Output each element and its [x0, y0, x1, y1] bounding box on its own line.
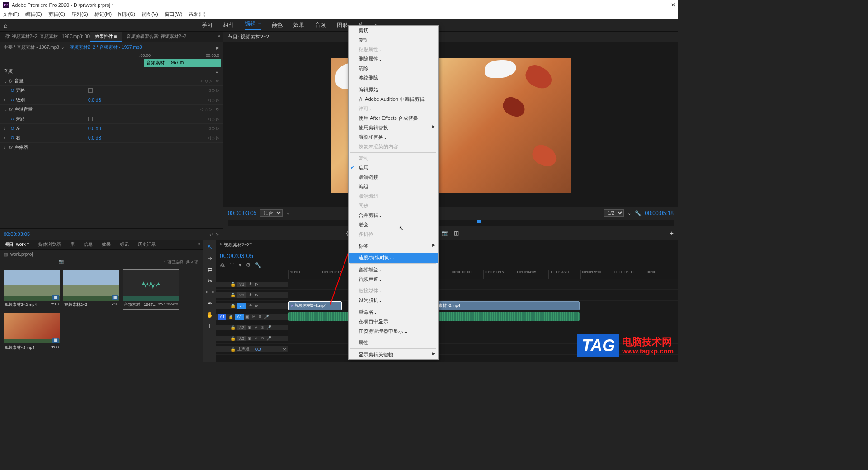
find-icon[interactable]: ⚲ [166, 361, 170, 362]
menu-reveal-project[interactable]: 在项目中显示 [349, 317, 438, 326]
effect-panner[interactable]: ›fx声像器 [0, 143, 223, 152]
zoom-slider[interactable]: ○━━━ [28, 361, 41, 362]
freeform-view-icon[interactable]: ⊞ [20, 361, 24, 362]
bypass-checkbox[interactable] [88, 88, 93, 93]
menu-reveal-explorer[interactable]: 在资源管理器中显示... [349, 326, 438, 336]
tab-audio-mixer[interactable]: 音频剪辑混合器: 视频素材2~2 [122, 32, 192, 42]
camera-icon[interactable]: 📷 [59, 259, 64, 265]
slip-tool-icon[interactable]: ⟷ [206, 289, 214, 296]
menu-audio-channels[interactable]: 音频声道... [349, 274, 438, 284]
thumb-item[interactable]: ▦ 视频素材2~25:18 [63, 270, 119, 309]
minimize-icon[interactable]: — [645, 2, 650, 8]
tab-media-browser[interactable]: 媒体浏览器 [34, 240, 66, 249]
workspace-audio[interactable]: 音频 [315, 20, 326, 30]
menu-show-keyframes[interactable]: 显示剪辑关键帧▶ [349, 350, 438, 359]
menu-ungroup[interactable]: 取消编组 [349, 192, 438, 201]
menu-offline[interactable]: 设为脱机... [349, 296, 438, 305]
timeline-ruler[interactable]: :00:00 00:00:00:15 00:00:01:05 00:00:01:… [216, 270, 678, 279]
button-editor-icon[interactable]: + [670, 230, 674, 237]
menu-graphics[interactable]: 图形(G) [118, 11, 135, 18]
effect-link[interactable]: 视频素材2~2 * 音频素材 - 1967.mp3 [70, 44, 142, 51]
effect-channel-volume[interactable]: ⌄fx声道音量 ◁ ◇ ▷ ↺ [0, 105, 223, 114]
menu-license[interactable]: 许可... [349, 104, 438, 113]
wrench-icon[interactable]: 🔧 [255, 262, 261, 269]
menu-edit-original[interactable]: 编辑原始 [349, 85, 438, 94]
trash-icon[interactable]: 🗑 [194, 362, 199, 362]
snap-icon[interactable]: ⁂ [220, 262, 225, 269]
tab-source[interactable]: 源: 视频素材2~2: 音频素材 - 1967.mp3: 00:00:00:00 [0, 32, 90, 42]
menubar[interactable]: 文件(F) 编辑(E) 剪辑(C) 序列(S) 标记(M) 图形(G) 视图(V… [0, 10, 678, 19]
menu-marker[interactable]: 标记(M) [94, 11, 112, 18]
video-clip[interactable]: fx 视频素材~2.mp4 [424, 301, 580, 310]
effect-bypass2[interactable]: Ö旁路 ◁ ◇ ▷ [0, 114, 223, 124]
icon-view-icon[interactable]: ▦ [11, 361, 15, 362]
export-frame-icon[interactable]: 📷 [442, 230, 448, 236]
menu-sequence[interactable]: 序列(S) [71, 11, 88, 18]
pen-tool-icon[interactable]: ✒ [208, 300, 212, 307]
settings-icon[interactable]: 🔧 [635, 210, 642, 216]
menu-label[interactable]: 标签▶ [349, 241, 438, 251]
tab-effects[interactable]: 效果 [97, 240, 115, 249]
track-select-tool-icon[interactable]: ⇥ [208, 255, 212, 262]
effect-icon-2[interactable]: ▷ [216, 232, 219, 237]
menu-ripple-delete[interactable]: 波纹删除 [349, 73, 438, 83]
menu-help[interactable]: 帮助(H) [189, 11, 205, 18]
compare-icon[interactable]: ◫ [454, 230, 459, 236]
marker-span-icon[interactable]: ▾ [239, 262, 241, 269]
bypass-checkbox-2[interactable] [88, 117, 93, 121]
menu-rename[interactable]: 重命名... [349, 307, 438, 317]
thumb-item[interactable]: 音频素材 - 1967...2:24:25920 [123, 270, 179, 309]
thumb-item[interactable]: ▦ 视频素材2~2.mp42:18 [4, 270, 60, 309]
menu-file[interactable]: 文件(F) [3, 11, 19, 18]
new-bin-icon[interactable]: 📁 [174, 361, 180, 362]
sort-icon[interactable]: ⚲ [150, 361, 154, 362]
menu-audio-gain[interactable]: 音频增益... [349, 265, 438, 274]
fit-select[interactable]: 适合 [260, 209, 283, 217]
menu-unlink[interactable]: 取消链接 [349, 173, 438, 182]
menu-render-replace[interactable]: 渲染和替换... [349, 132, 438, 142]
menu-clip-replace[interactable]: 使用剪辑替换▶ [349, 123, 438, 132]
effect-audio-clip[interactable]: 音频素材 - 1967.m [144, 59, 221, 67]
workspace-effects[interactable]: 效果 [293, 20, 304, 30]
workspace-editing[interactable]: 编辑 ≡ [245, 20, 261, 30]
workspace-learn[interactable]: 学习 [202, 20, 212, 30]
effect-bypass[interactable]: Ö旁路 ◁ ◇ ▷ [0, 86, 223, 95]
tab-libraries[interactable]: 库 [66, 240, 79, 249]
panel-overflow-icon[interactable]: » [215, 32, 223, 42]
settings-icon[interactable]: ⚙ [246, 262, 250, 269]
menu-paste-attributes[interactable]: 粘贴属性... [349, 45, 438, 54]
thumb-item[interactable]: ▦ 视频素材~2.mp43:00 [4, 313, 60, 352]
type-tool-icon[interactable]: T [208, 323, 212, 329]
menu-multicam[interactable]: 多机位 [349, 230, 438, 239]
tab-effect-controls[interactable]: 效果控件 ≡ [90, 32, 122, 42]
menu-group[interactable]: 编组 [349, 182, 438, 192]
ripple-tool-icon[interactable]: ⇄ [208, 266, 212, 273]
menu-enable[interactable]: ✔启用 [349, 163, 438, 173]
effect-volume[interactable]: ⌄fx音量 ◁ ◇ ▷ ↺ [0, 76, 223, 86]
menu-remove-attributes[interactable]: 删除属性... [349, 54, 438, 64]
program-monitor[interactable] [223, 42, 678, 207]
program-timecode[interactable]: 00:00:03:05 [228, 210, 256, 216]
menu-copy2[interactable]: 复制 [349, 154, 438, 163]
menu-view[interactable]: 视图(V) [142, 11, 158, 18]
menu-nest[interactable]: 嵌套... [349, 220, 438, 230]
razor-tool-icon[interactable]: ✂ [208, 277, 212, 284]
menu-copy[interactable]: 复制 [349, 35, 438, 45]
workspace-graphics[interactable]: 图形 [337, 20, 348, 30]
home-icon[interactable]: ⌂ [4, 22, 7, 29]
menu-cut[interactable]: 剪切 [349, 26, 438, 35]
effect-level[interactable]: ›Ö级别 0.0 dB ◁ ◇ ▷ [0, 95, 223, 105]
panel-overflow-icon[interactable]: » [195, 240, 203, 249]
workspace-color[interactable]: 颜色 [272, 20, 283, 30]
menu-link-media[interactable]: 链接媒体... [349, 286, 438, 296]
menu-properties[interactable]: 属性 [349, 338, 438, 348]
menu-ae-replace[interactable]: 使用 After Effects 合成替换 [349, 113, 438, 123]
menu-edit[interactable]: 编辑(E) [25, 11, 42, 18]
maximize-icon[interactable]: ◻ [658, 2, 663, 8]
menu-sync[interactable]: 同步 [349, 201, 438, 211]
playhead-icon[interactable] [477, 220, 481, 223]
resolution-select[interactable]: 1/2 [604, 209, 624, 217]
program-scrubber[interactable] [228, 220, 674, 226]
selection-tool-icon[interactable]: ↖ [208, 244, 212, 250]
menu-edit-audition[interactable]: 在 Adobe Audition 中编辑剪辑 [349, 94, 438, 104]
